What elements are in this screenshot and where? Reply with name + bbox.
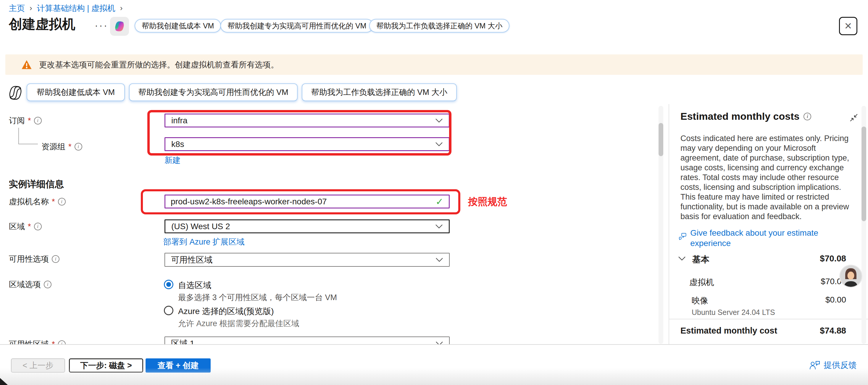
radio-azure-selected-zones[interactable] xyxy=(164,306,173,315)
speech-bubbles-icon xyxy=(679,231,687,241)
more-options-icon[interactable]: ··· xyxy=(95,20,108,31)
copilot-outline-icon xyxy=(8,85,23,102)
suggestion-button-low-cost[interactable]: 帮助我创建低成本 VM xyxy=(27,84,125,101)
previous-button[interactable]: < 上一步 xyxy=(11,358,65,373)
cost-row-amount: $70.08 xyxy=(757,277,846,286)
breadcrumb: 主页 › 计算基础结构 | 虚拟机 › xyxy=(9,3,122,13)
radio-label[interactable]: Azure 选择的区域(预览版) xyxy=(178,306,274,317)
zone-options-label: 区域选项 i xyxy=(9,279,52,290)
required-marker: * xyxy=(52,197,55,206)
info-icon[interactable]: i xyxy=(34,223,42,230)
annotation-text: 按照规范 xyxy=(468,195,507,208)
helper-button-low-cost[interactable]: 帮助我创建低成本 VM xyxy=(134,19,221,33)
info-icon[interactable]: i xyxy=(804,113,811,120)
cost-row-label: 映像 xyxy=(692,295,708,306)
info-icon[interactable]: i xyxy=(58,198,66,205)
cost-panel-description: Costs indicated here are estimates only.… xyxy=(680,134,856,222)
vm-name-input[interactable] xyxy=(171,197,432,206)
next-disks-button[interactable]: 下一步: 磁盘 > xyxy=(69,358,143,373)
chevron-down-icon xyxy=(435,258,443,262)
warning-text: 更改基本选项可能会重置所做的选择。创建虚拟机前查看所有选项。 xyxy=(39,59,279,70)
required-marker: * xyxy=(28,222,31,231)
total-cost-amount: $74.88 xyxy=(757,326,846,335)
chevron-right-icon: › xyxy=(120,4,123,13)
person-feedback-icon xyxy=(809,360,820,370)
radio-description: 最多选择 3 个可用性区域，每个区域一台 VM xyxy=(178,292,337,303)
extended-zone-link[interactable]: 部署到 Azure 扩展区域 xyxy=(163,236,245,247)
radio-self-selected-zones[interactable] xyxy=(164,280,173,289)
suggestion-button-high-availability[interactable]: 帮助我创建专为实现高可用性而优化的 VM xyxy=(129,84,298,101)
subscription-label: 订阅 * i xyxy=(9,115,42,126)
region-label: 区域 * i xyxy=(9,221,42,232)
woman-avatar-image xyxy=(840,265,862,287)
breadcrumb-virtual-machines[interactable]: 计算基础结构 | 虚拟机 xyxy=(37,3,115,13)
instance-details-heading: 实例详细信息 xyxy=(9,178,64,190)
warning-banner: 更改基本选项可能会重置所做的选择。创建虚拟机前查看所有选项。 xyxy=(5,55,863,75)
helper-button-vm-size[interactable]: 帮助我为工作负载选择正确的 VM 大小 xyxy=(369,19,509,33)
cost-row-sub: Ubuntu Server 24.04 LTS xyxy=(692,308,775,317)
helper-button-high-availability[interactable]: 帮助我创建专为实现高可用性而优化的 VM xyxy=(220,19,373,33)
cost-panel-divider xyxy=(669,319,868,319)
info-icon[interactable]: i xyxy=(34,117,42,125)
info-icon[interactable]: i xyxy=(74,143,82,151)
resource-group-dropdown[interactable]: k8s xyxy=(164,137,450,151)
chevron-down-icon[interactable] xyxy=(678,256,686,261)
vm-name-field: ✓ xyxy=(164,195,450,208)
info-icon[interactable]: i xyxy=(44,281,52,288)
footer-bar: < 上一步 下一步: 磁盘 > 查看 + 创建 提供反馈 xyxy=(0,344,868,385)
availability-options-label: 可用性选项 i xyxy=(9,254,59,264)
page-title: 创建虚拟机 xyxy=(9,15,75,33)
tree-connector xyxy=(18,128,38,144)
vm-name-label: 虚拟机名称 * i xyxy=(9,196,66,207)
review-create-button[interactable]: 查看 + 创建 xyxy=(146,358,211,373)
avatar[interactable] xyxy=(840,265,862,287)
main-scrollbar[interactable] xyxy=(658,123,663,156)
required-marker: * xyxy=(68,142,71,151)
suggestion-button-vm-size[interactable]: 帮助我为工作负载选择正确的 VM 大小 xyxy=(302,84,457,101)
create-vm-page: 主页 › 计算基础结构 | 虚拟机 › 创建虚拟机 ··· 帮助我创建低成本 V… xyxy=(0,0,868,385)
cost-panel-title: Estimated monthly costs i xyxy=(680,110,811,122)
create-new-link[interactable]: 新建 xyxy=(164,155,181,166)
required-marker: * xyxy=(28,116,31,125)
radio-label[interactable]: 自选区域 xyxy=(178,280,211,291)
resource-group-label: 资源组 * i xyxy=(41,141,82,152)
cost-group-label[interactable]: 基本 xyxy=(692,254,709,265)
copilot-icon xyxy=(114,21,125,32)
chevron-down-icon xyxy=(435,224,443,229)
collapse-icon[interactable] xyxy=(849,113,859,122)
copilot-button[interactable] xyxy=(110,17,129,36)
chevron-down-icon xyxy=(435,142,443,147)
subscription-dropdown[interactable]: infra xyxy=(164,114,450,127)
close-button[interactable]: ✕ xyxy=(839,17,857,35)
chevron-right-icon: › xyxy=(30,4,32,13)
cost-row-amount: $0.00 xyxy=(757,295,846,304)
chevron-down-icon xyxy=(435,118,443,123)
breadcrumb-home[interactable]: 主页 xyxy=(9,3,25,13)
close-icon: ✕ xyxy=(844,21,852,32)
warning-icon xyxy=(21,60,32,69)
feedback-link[interactable]: 提供反馈 xyxy=(809,360,857,371)
availability-options-dropdown[interactable]: 可用性区域 xyxy=(164,253,450,267)
radio-description: 允许 Azure 根据需要分配最佳区域 xyxy=(178,318,300,329)
region-dropdown[interactable]: (US) West US 2 xyxy=(164,219,450,233)
cost-row-label: 虚拟机 xyxy=(689,277,714,288)
cost-group-amount: $70.08 xyxy=(757,254,846,263)
panel-divider xyxy=(669,104,669,344)
panel-scrollbar[interactable] xyxy=(862,127,866,221)
estimate-feedback-link[interactable]: Give feedback about your estimate experi… xyxy=(679,228,827,248)
valid-check-icon: ✓ xyxy=(435,196,443,207)
info-icon[interactable]: i xyxy=(52,255,59,263)
